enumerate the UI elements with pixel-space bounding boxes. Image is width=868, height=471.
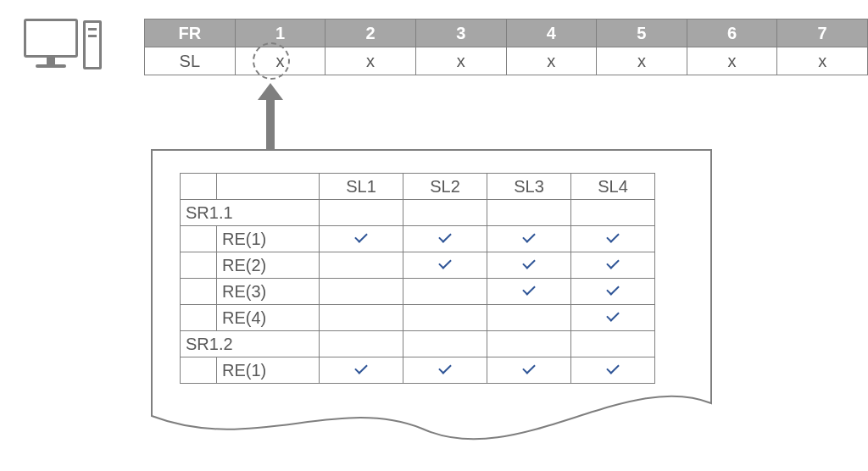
check-icon [604,259,621,271]
cell [487,252,571,279]
sr-detail-table: SL1 SL2 SL3 SL4 SR1.1 RE(1) RE(2) [180,173,655,384]
fr-header-7: 7 [777,19,868,47]
cell [403,305,487,331]
sl-cell-4: x [506,47,597,75]
cell [403,252,487,279]
row-sr1-1-re4: RE(4) [181,305,655,331]
check-icon [353,364,370,376]
computer-icon [24,19,78,69]
check-icon [520,285,537,297]
fr-header-5: 5 [597,19,687,47]
group-sr1-1: SR1.1 [181,200,655,226]
cell [403,226,487,252]
arrow-up-icon [263,83,276,149]
detail-header-row: SL1 SL2 SL3 SL4 [181,174,655,200]
check-icon [437,233,453,245]
re-label: RE(2) [217,252,320,279]
re-label: RE(1) [217,357,320,384]
sl4-header: SL4 [571,174,655,200]
cell [320,305,403,331]
check-icon [604,312,621,324]
check-icon [437,259,453,271]
group-sr1-2: SR1.2 [181,331,655,357]
sl1-header: SL1 [320,174,403,200]
check-icon [520,259,537,271]
re-label: RE(4) [217,305,320,331]
cell [571,357,655,384]
fr-header-4: 4 [506,19,597,47]
sl3-header: SL3 [487,174,571,200]
group-sr1-1-label: SR1.1 [181,200,320,226]
cell [320,357,403,384]
cell [487,305,571,331]
check-icon [437,364,453,376]
cell [320,226,403,252]
sl-row-label: SL [145,47,236,75]
fr-header-label: FR [145,19,236,47]
sl-cell-3: x [415,47,506,75]
check-icon [353,233,370,245]
fr-header-2: 2 [326,19,416,47]
sl-cell-1: x [235,47,326,75]
sl-cell-5: x [597,47,687,75]
detail-blank-1 [181,174,217,200]
row-sr1-1-re1: RE(1) [181,226,655,252]
cell [571,279,655,305]
cell [487,279,571,305]
cell [320,252,403,279]
sl-cell-7: x [777,47,868,75]
sl2-header: SL2 [403,174,487,200]
fr-header-6: 6 [687,19,777,47]
sl-cell-2: x [326,47,416,75]
cell [487,357,571,384]
re-label: RE(1) [217,226,320,252]
sl-row: SL x x x x x x x [145,47,868,75]
diagram-canvas: FR 1 2 3 4 5 6 7 SL x x x x x x x [0,0,868,471]
fr-header-row: FR 1 2 3 4 5 6 7 [145,19,868,47]
cell [320,279,403,305]
cell [571,226,655,252]
group-sr1-2-label: SR1.2 [181,331,320,357]
fr-sl-table: FR 1 2 3 4 5 6 7 SL x x x x x x x [144,19,868,75]
check-icon [604,233,621,245]
check-icon [520,233,537,245]
row-sr1-2-re1: RE(1) [181,357,655,384]
cell [571,252,655,279]
cell [403,357,487,384]
detail-blank-2 [217,174,320,200]
check-icon [520,364,537,376]
cell [487,226,571,252]
check-icon [604,285,621,297]
re-label: RE(3) [217,279,320,305]
sl-cell-6: x [687,47,777,75]
cell [571,305,655,331]
row-sr1-1-re3: RE(3) [181,279,655,305]
fr-header-3: 3 [415,19,506,47]
check-icon [604,364,621,376]
row-sr1-1-re2: RE(2) [181,252,655,279]
cell [403,279,487,305]
fr-header-1: 1 [235,19,326,47]
